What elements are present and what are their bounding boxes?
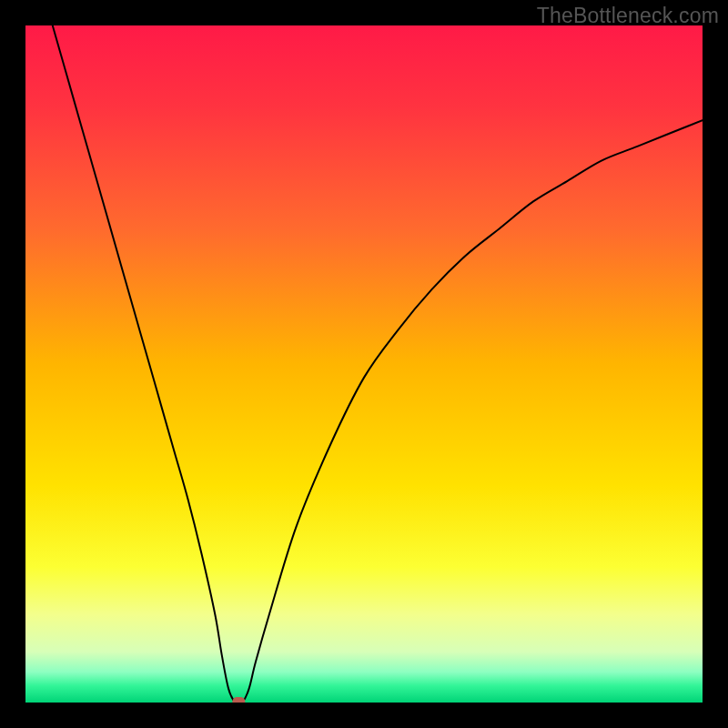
watermark-text: TheBottleneck.com xyxy=(537,4,719,28)
optimal-point-marker xyxy=(232,697,245,703)
plot-frame xyxy=(25,25,703,703)
curve-path xyxy=(53,25,703,703)
bottleneck-curve xyxy=(25,25,703,703)
